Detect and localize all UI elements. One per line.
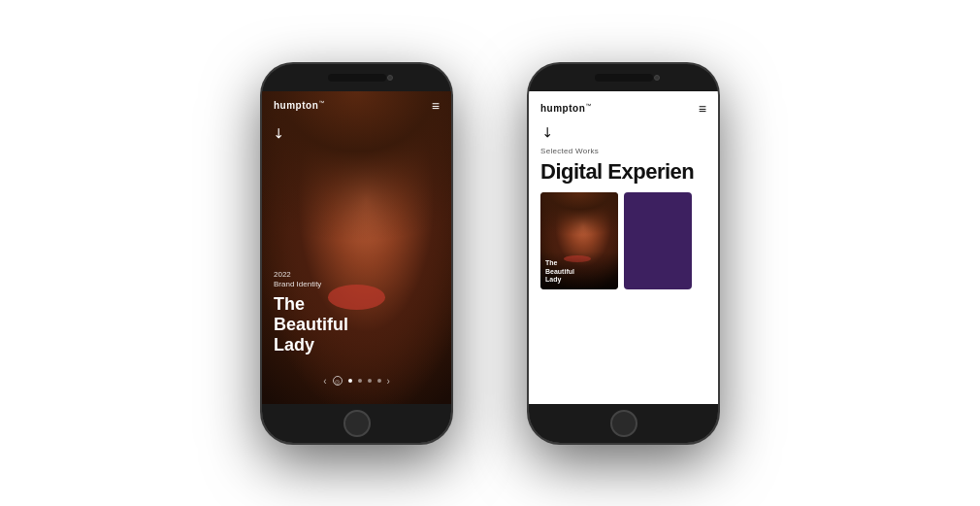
phone-1-navbar: humpton™ ≡ [274, 99, 440, 113]
phone-1-year: 2022 [274, 270, 348, 279]
phone-2-bottom [529, 404, 718, 443]
phone-1-display: humpton™ ≡ ↘ 2022 Brand Identity The Bea… [262, 91, 451, 404]
phone-1-bottom [262, 404, 451, 443]
carousel-prev-button[interactable]: ‹ [323, 376, 326, 387]
phone-1-screen: humpton™ ≡ ↘ 2022 Brand Identity The Bea… [262, 91, 451, 404]
carousel-next-button[interactable]: › [387, 376, 390, 387]
phone-2-menu-icon[interactable]: ≡ [699, 101, 706, 117]
phone-2-cards: The Beautiful Lady [529, 185, 718, 289]
phone-1-menu-icon[interactable]: ≡ [432, 99, 440, 113]
phone-2: humpton™ ≡ ↘ Selected Works Digital Expe… [529, 64, 718, 443]
carousel-dot-4[interactable] [377, 379, 381, 383]
phone-1: humpton™ ≡ ↘ 2022 Brand Identity The Bea… [262, 64, 451, 443]
phone-2-big-title: Digital Experien [529, 159, 718, 185]
phone-1-logo: humpton™ [274, 100, 325, 111]
phone-1-category: Brand Identity [274, 280, 348, 288]
phone-2-logo: humpton™ [540, 103, 592, 114]
phone-1-top [262, 64, 451, 91]
phone-1-portrait-bg [262, 91, 451, 404]
phone-2-home-button[interactable] [610, 410, 637, 437]
carousel-target-dot[interactable]: ◎ [333, 376, 343, 386]
carousel-dot-3[interactable] [368, 379, 372, 383]
phone-2-display: humpton™ ≡ ↘ Selected Works Digital Expe… [529, 91, 718, 404]
phone-2-card-1-title: The Beautiful Lady [545, 259, 613, 284]
phone-2-screen: humpton™ ≡ ↘ Selected Works Digital Expe… [529, 91, 718, 404]
phone-2-camera [654, 75, 660, 81]
phone-1-home-button[interactable] [343, 410, 371, 437]
phone-1-carousel: ‹ ◎ › [262, 376, 451, 387]
phone-2-navbar: humpton™ ≡ [529, 91, 718, 122]
phone-1-portrait-image [262, 91, 451, 404]
phone-1-camera [387, 75, 393, 81]
phone-1-title: The Beautiful Lady [274, 294, 348, 354]
phone-2-card-1[interactable]: The Beautiful Lady [540, 192, 618, 289]
carousel-dot-1[interactable] [348, 379, 352, 383]
phone-2-top [529, 64, 718, 91]
phone-2-card-2[interactable] [624, 192, 692, 289]
phone-1-content: 2022 Brand Identity The Beautiful Lady [274, 270, 348, 354]
carousel-dot-2[interactable] [358, 379, 362, 383]
phone-2-card-1-overlay: The Beautiful Lady [540, 252, 618, 288]
